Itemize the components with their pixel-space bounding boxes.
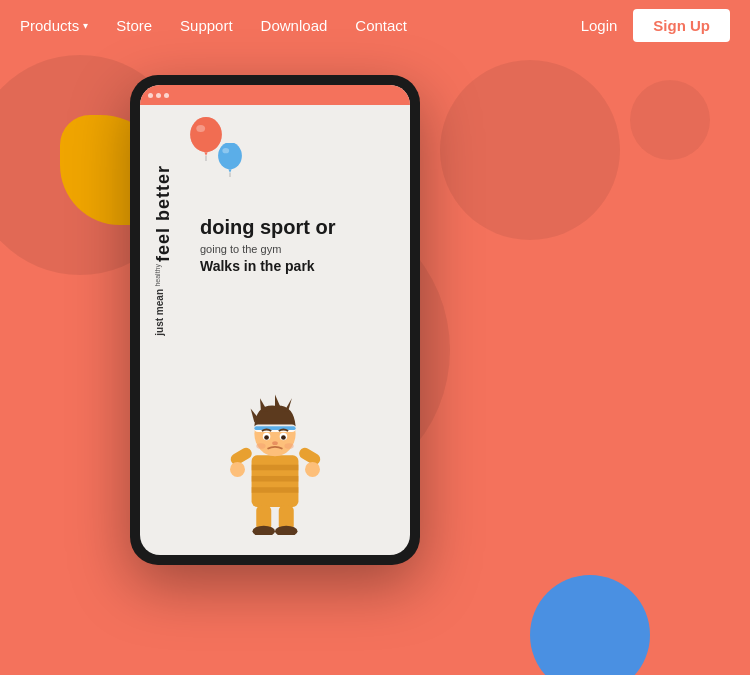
nav-item-support[interactable]: Support [180, 17, 233, 34]
character-illustration [215, 385, 335, 535]
vertical-text-block: feel better healthy just mean [154, 165, 172, 335]
svg-point-18 [264, 435, 269, 440]
tablet-dot-3 [164, 93, 169, 98]
nav-label-download: Download [261, 17, 328, 34]
nav-item-download[interactable]: Download [261, 17, 328, 34]
svg-point-20 [272, 441, 278, 445]
nav-label-support: Support [180, 17, 233, 34]
svg-rect-10 [252, 465, 299, 471]
svg-point-25 [230, 462, 245, 477]
svg-point-6 [222, 148, 229, 153]
signup-button[interactable]: Sign Up [633, 9, 730, 42]
text-feel-better: feel better [154, 165, 172, 262]
character-svg [215, 385, 335, 535]
chevron-down-icon: ▾ [83, 20, 88, 31]
nav-label-contact: Contact [355, 17, 407, 34]
svg-point-30 [275, 526, 298, 535]
svg-marker-7 [228, 169, 231, 172]
nav-items: Products ▾ Store Support Download Contac… [20, 17, 581, 34]
svg-rect-11 [252, 476, 299, 482]
nav-label-products: Products [20, 17, 79, 34]
bg-circle-6 [630, 80, 710, 160]
text-doing-sport: doing sport or [200, 215, 336, 239]
svg-point-21 [256, 443, 265, 449]
svg-point-2 [196, 125, 205, 132]
svg-point-5 [218, 143, 242, 169]
tablet-screen: feel better healthy just mean doing spor… [140, 85, 410, 555]
balloon-blue-icon [216, 143, 244, 177]
tablet-dot-2 [156, 93, 161, 98]
svg-marker-3 [204, 152, 208, 156]
main-text-block: doing sport or going to the gym Walks in… [200, 215, 336, 274]
nav-item-contact[interactable]: Contact [355, 17, 407, 34]
login-button[interactable]: Login [581, 17, 618, 34]
nav-item-store[interactable]: Store [116, 17, 152, 34]
svg-point-22 [284, 443, 293, 449]
text-walks: Walks in the park [200, 258, 336, 274]
tablet-topbar [140, 85, 410, 105]
tablet-content: feel better healthy just mean doing spor… [140, 105, 410, 555]
bg-circle-4 [440, 60, 620, 240]
svg-point-19 [281, 435, 286, 440]
navbar: Products ▾ Store Support Download Contac… [0, 0, 750, 50]
svg-rect-15 [254, 426, 295, 430]
text-healthy: healthy [154, 264, 172, 287]
nav-item-products[interactable]: Products ▾ [20, 17, 88, 34]
svg-rect-12 [252, 487, 299, 493]
tablet-dot-1 [148, 93, 153, 98]
tablet-device: feel better healthy just mean doing spor… [130, 75, 420, 565]
text-just-mean: just mean [154, 289, 172, 336]
text-going-gym: going to the gym [200, 243, 336, 255]
svg-point-26 [305, 462, 320, 477]
nav-auth: Login Sign Up [581, 9, 730, 42]
svg-point-29 [253, 526, 276, 535]
bg-circle-blue [530, 575, 650, 675]
nav-label-store: Store [116, 17, 152, 34]
